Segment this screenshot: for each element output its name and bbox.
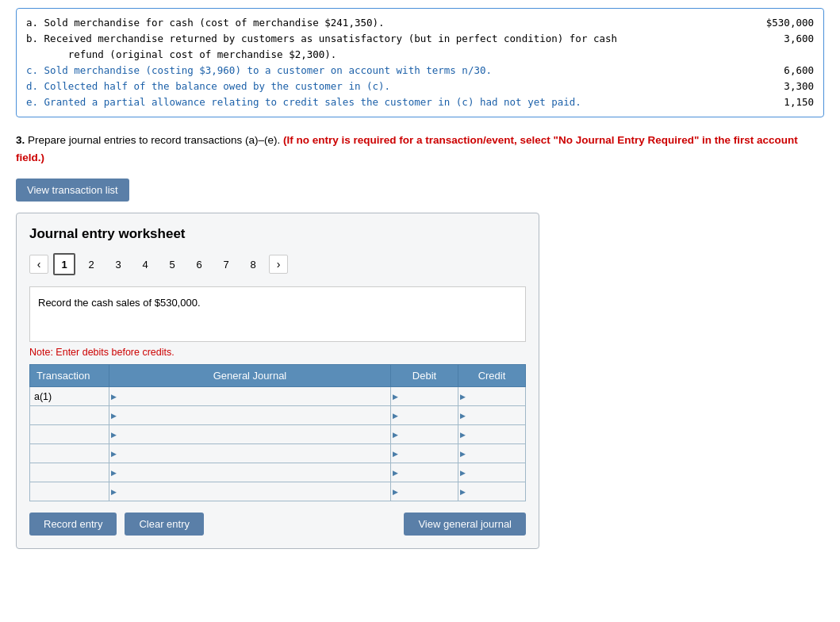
transaction-label-1: a(1) xyxy=(30,387,109,406)
general-journal-input-3[interactable] xyxy=(109,425,390,443)
view-transaction-list-button[interactable]: View transaction list xyxy=(16,179,129,202)
page-5-button[interactable]: 5 xyxy=(161,253,183,275)
clear-entry-button[interactable]: Clear entry xyxy=(125,513,204,536)
transaction-label-5 xyxy=(30,463,109,482)
debit-input-5[interactable] xyxy=(391,463,458,482)
view-general-journal-button[interactable]: View general journal xyxy=(404,513,526,536)
info-line-a: a. Sold merchandise for cash (cost of me… xyxy=(26,15,814,31)
transaction-label-3 xyxy=(30,425,109,444)
col-header-credit: Credit xyxy=(458,365,526,387)
table-row xyxy=(30,482,526,501)
general-journal-input-2[interactable] xyxy=(109,406,390,424)
general-journal-cell-5[interactable] xyxy=(109,463,391,482)
general-journal-input-1[interactable] xyxy=(109,387,390,405)
credit-cell-1[interactable] xyxy=(458,387,526,406)
page-2-button[interactable]: 2 xyxy=(80,253,102,275)
prev-page-button[interactable]: ‹ xyxy=(29,255,48,274)
info-line-d: d. Collected half of the balance owed by… xyxy=(26,79,814,94)
debit-cell-2[interactable] xyxy=(391,406,458,425)
general-journal-input-5[interactable] xyxy=(109,463,390,482)
transaction-label-6 xyxy=(30,482,109,501)
page-7-button[interactable]: 7 xyxy=(215,253,237,275)
col-header-general-journal: General Journal xyxy=(109,365,391,387)
debit-cell-6[interactable] xyxy=(391,482,458,501)
question-number: 3. Prepare journal entries to record tra… xyxy=(16,134,283,146)
info-box: a. Sold merchandise for cash (cost of me… xyxy=(16,8,824,117)
debit-input-6[interactable] xyxy=(391,482,458,501)
record-entry-button[interactable]: Record entry xyxy=(29,513,117,536)
table-row: a(1) xyxy=(30,387,526,406)
worksheet-title: Journal entry worksheet xyxy=(29,226,526,242)
table-header-row: Transaction General Journal Debit Credit xyxy=(30,365,526,387)
debit-cell-4[interactable] xyxy=(391,444,458,463)
credit-cell-2[interactable] xyxy=(458,406,526,425)
credit-cell-6[interactable] xyxy=(458,482,526,501)
page-1-button[interactable]: 1 xyxy=(53,253,75,275)
debit-cell-1[interactable] xyxy=(391,387,458,406)
instruction-box: Record the cash sales of $530,000. xyxy=(29,286,526,342)
worksheet-container: Journal entry worksheet ‹ 1 2 3 4 5 6 7 … xyxy=(16,213,539,549)
info-line-e: e. Granted a partial allowance relating … xyxy=(26,94,814,110)
general-journal-cell-4[interactable] xyxy=(109,444,391,463)
general-journal-cell-6[interactable] xyxy=(109,482,391,501)
debit-input-1[interactable] xyxy=(391,387,458,405)
col-header-transaction: Transaction xyxy=(30,365,109,387)
general-journal-cell-3[interactable] xyxy=(109,425,391,444)
credit-input-1[interactable] xyxy=(458,387,525,405)
info-line-c: c. Sold merchandise (costing $3,960) to … xyxy=(26,63,814,79)
debit-cell-5[interactable] xyxy=(391,463,458,482)
page-6-button[interactable]: 6 xyxy=(188,253,210,275)
debit-input-2[interactable] xyxy=(391,406,458,424)
next-page-button[interactable]: › xyxy=(269,255,288,274)
info-line-b: b. Received merchandise returned by cust… xyxy=(26,31,814,63)
credit-cell-3[interactable] xyxy=(458,425,526,444)
debit-input-3[interactable] xyxy=(391,425,458,443)
credit-input-5[interactable] xyxy=(458,463,525,482)
general-journal-input-4[interactable] xyxy=(109,444,390,463)
page-3-button[interactable]: 3 xyxy=(107,253,129,275)
general-journal-cell-1[interactable] xyxy=(109,387,391,406)
table-row xyxy=(30,444,526,463)
instruction-text: Record the cash sales of $530,000. xyxy=(38,297,201,309)
credit-input-2[interactable] xyxy=(458,406,525,424)
credit-cell-5[interactable] xyxy=(458,463,526,482)
debit-input-4[interactable] xyxy=(391,444,458,463)
pagination: ‹ 1 2 3 4 5 6 7 8 › xyxy=(29,253,526,275)
table-row xyxy=(30,425,526,444)
table-row xyxy=(30,406,526,425)
credit-input-6[interactable] xyxy=(458,482,525,501)
general-journal-cell-2[interactable] xyxy=(109,406,391,425)
col-header-debit: Debit xyxy=(391,365,458,387)
credit-input-4[interactable] xyxy=(458,444,525,463)
table-row xyxy=(30,463,526,482)
credit-cell-4[interactable] xyxy=(458,444,526,463)
journal-table: Transaction General Journal Debit Credit… xyxy=(29,364,526,501)
page-8-button[interactable]: 8 xyxy=(242,253,264,275)
transaction-label-2 xyxy=(30,406,109,425)
general-journal-input-6[interactable] xyxy=(109,482,390,501)
button-row: Record entry Clear entry View general jo… xyxy=(29,513,526,536)
question-3: 3. Prepare journal entries to record tra… xyxy=(16,132,824,166)
debit-cell-3[interactable] xyxy=(391,425,458,444)
note-text: Note: Enter debits before credits. xyxy=(29,347,526,358)
credit-input-3[interactable] xyxy=(458,425,525,443)
page-4-button[interactable]: 4 xyxy=(134,253,156,275)
transaction-label-4 xyxy=(30,444,109,463)
